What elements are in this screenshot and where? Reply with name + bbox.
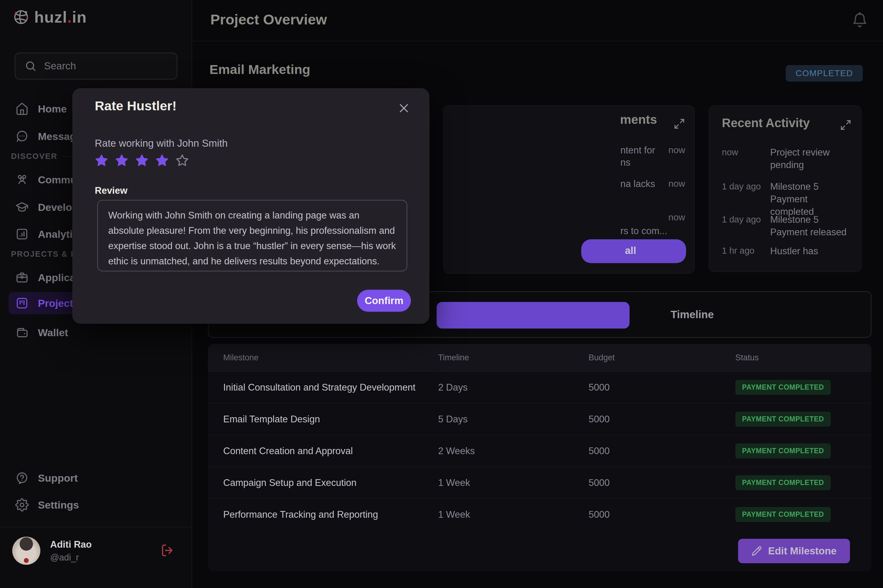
review-textarea[interactable]: Working with John Smith on creating a la… bbox=[97, 200, 407, 272]
edit-milestone-button[interactable]: Edit Milestone bbox=[738, 539, 850, 563]
topbar: Project Overview bbox=[192, 0, 883, 41]
table-row: Performance Tracking and Reporting 1 Wee… bbox=[208, 498, 871, 530]
cell-timeline: 2 Weeks bbox=[438, 446, 589, 457]
activity-time: 1 hr ago bbox=[722, 246, 768, 256]
view-all-button[interactable]: all bbox=[581, 239, 686, 263]
cell-budget: 5000 bbox=[589, 414, 735, 425]
confirm-label: Confirm bbox=[365, 295, 404, 306]
table-row: Campaign Setup and Execution 1 Week 5000… bbox=[208, 466, 871, 498]
home-icon bbox=[15, 102, 29, 116]
cell-timeline: 2 Days bbox=[438, 382, 589, 393]
recent-activity-title: Recent Activity bbox=[722, 116, 810, 130]
pencil-icon bbox=[752, 546, 762, 556]
comment-fragment: ns bbox=[620, 157, 631, 168]
rating-stars bbox=[94, 153, 189, 168]
bell-icon bbox=[851, 12, 868, 29]
logout-button[interactable] bbox=[160, 543, 174, 558]
graduation-cap-icon bbox=[15, 201, 29, 214]
app-root: huzl.in Search Home Messages DISCOVER Co… bbox=[0, 0, 883, 588]
cell-budget: 5000 bbox=[589, 382, 735, 393]
notifications-button[interactable] bbox=[851, 12, 868, 29]
comment-fragment: ntent for bbox=[620, 145, 655, 156]
sidebar-item-wallet[interactable]: Wallet bbox=[9, 321, 183, 344]
globe-icon bbox=[12, 8, 30, 26]
recent-activity-card: Recent Activity now Project review pendi… bbox=[709, 105, 862, 272]
chat-icon bbox=[15, 130, 29, 143]
cell-milestone: Email Template Design bbox=[223, 414, 438, 425]
expand-icon[interactable] bbox=[674, 118, 685, 130]
user-handle: @adi_r bbox=[50, 552, 92, 562]
cell-milestone: Initial Consultation and Strategy Develo… bbox=[223, 382, 438, 393]
sidebar-item-label: Wallet bbox=[38, 327, 68, 339]
expand-icon[interactable] bbox=[840, 119, 851, 131]
brand-wordmark: huzl.in bbox=[34, 8, 87, 26]
search-input[interactable]: Search bbox=[15, 52, 177, 80]
comment-fragment: na lacks bbox=[620, 178, 655, 189]
table-header-row: Milestone Timeline Budget Status bbox=[208, 344, 871, 371]
comment-time: now bbox=[668, 178, 685, 189]
kanban-icon bbox=[15, 297, 29, 310]
tab-timeline[interactable]: Timeline bbox=[631, 292, 754, 337]
sidebar-item-support[interactable]: Support bbox=[9, 467, 183, 489]
payment-status-badge: PAYMENT COMPLETED bbox=[735, 412, 831, 427]
cell-milestone: Content Creation and Approval bbox=[223, 446, 438, 457]
cell-budget: 5000 bbox=[589, 477, 735, 488]
close-button[interactable] bbox=[398, 102, 410, 114]
brand-logo[interactable]: huzl.in bbox=[12, 8, 87, 26]
tab-milestones-selected[interactable] bbox=[437, 302, 629, 328]
search-placeholder: Search bbox=[44, 60, 76, 72]
activity-text: Project review pending bbox=[770, 146, 853, 171]
brand-dot: . bbox=[67, 8, 72, 26]
view-all-label-fragment: all bbox=[625, 245, 636, 256]
cell-milestone: Campaign Setup and Execution bbox=[223, 477, 438, 488]
activity-time: now bbox=[722, 147, 768, 158]
modal-title: Rate Hustler! bbox=[95, 98, 177, 113]
col-header-status: Status bbox=[735, 353, 871, 363]
payment-status-badge: PAYMENT COMPLETED bbox=[735, 380, 831, 395]
table-footer: Edit Milestone bbox=[208, 530, 871, 572]
col-header-milestone: Milestone bbox=[223, 353, 438, 363]
avatar bbox=[12, 537, 41, 565]
sidebar-item-label: Home bbox=[38, 103, 67, 115]
modal-subtitle: Rate working with John Smith bbox=[95, 138, 228, 149]
activity-text: Hustler has bbox=[770, 245, 853, 257]
logout-icon bbox=[160, 543, 174, 558]
cell-timeline: 5 Days bbox=[438, 414, 589, 425]
activity-time: 1 day ago bbox=[722, 214, 768, 225]
cell-milestone: Performance Tracking and Reporting bbox=[223, 509, 438, 520]
search-icon bbox=[24, 60, 37, 72]
rating-star[interactable] bbox=[94, 153, 109, 168]
sidebar-item-settings[interactable]: Settings bbox=[9, 494, 183, 516]
table-row: Content Creation and Approval 2 Weeks 50… bbox=[208, 435, 871, 466]
review-label: Review bbox=[95, 185, 128, 196]
cell-budget: 5000 bbox=[589, 509, 735, 520]
table-row: Email Template Design 5 Days 5000 PAYMEN… bbox=[208, 403, 871, 435]
briefcase-icon bbox=[15, 271, 29, 284]
payment-status-badge: PAYMENT COMPLETED bbox=[735, 507, 831, 522]
comments-card: ments ntent for now ns na lacks now now … bbox=[443, 105, 695, 273]
table-row: Initial Consultation and Strategy Develo… bbox=[208, 371, 871, 403]
confirm-button[interactable]: Confirm bbox=[357, 290, 411, 312]
payment-status-badge: PAYMENT COMPLETED bbox=[735, 444, 831, 458]
comment-time: now bbox=[668, 212, 685, 222]
user-name: Aditi Rao bbox=[50, 539, 92, 550]
user-profile[interactable]: Aditi Rao @adi_r bbox=[12, 537, 180, 565]
rating-star[interactable] bbox=[155, 153, 170, 168]
col-header-timeline: Timeline bbox=[438, 353, 589, 363]
rating-star[interactable] bbox=[135, 153, 149, 168]
milestones-table: Milestone Timeline Budget Status Initial… bbox=[208, 344, 871, 572]
wallet-icon bbox=[15, 326, 29, 339]
rating-star[interactable] bbox=[175, 153, 189, 168]
sidebar-item-label: Settings bbox=[38, 499, 79, 511]
community-icon bbox=[15, 173, 29, 186]
comment-fragment: rs to com... bbox=[620, 225, 667, 237]
sidebar-divider bbox=[0, 527, 192, 527]
col-header-budget: Budget bbox=[589, 353, 735, 363]
project-status-badge: COMPLETED bbox=[786, 65, 863, 82]
activity-text: Milestone 5 Payment released bbox=[770, 213, 853, 238]
page-header-title: Project Overview bbox=[210, 11, 327, 28]
activity-text: Milestone 5 Payment completed bbox=[770, 180, 853, 218]
rating-star[interactable] bbox=[114, 153, 129, 168]
cell-budget: 5000 bbox=[589, 446, 735, 457]
close-icon bbox=[398, 102, 410, 114]
